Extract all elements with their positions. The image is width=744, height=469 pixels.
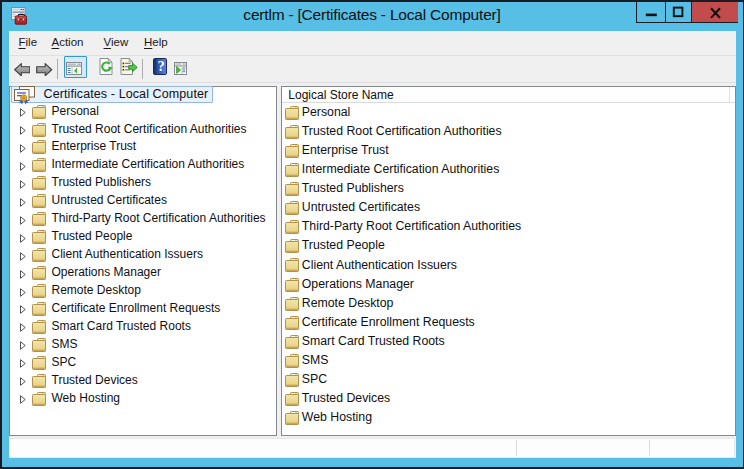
svg-text:?: ?	[157, 58, 164, 74]
